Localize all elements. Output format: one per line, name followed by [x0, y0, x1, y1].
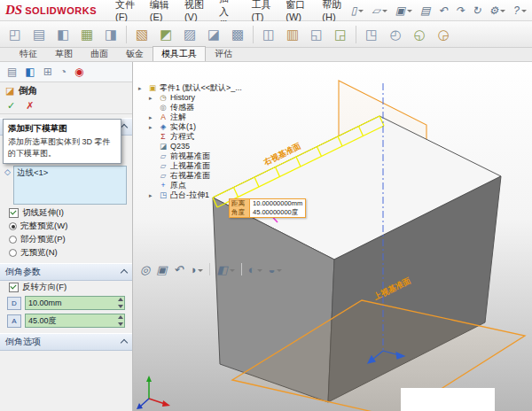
boundary-boss-icon[interactable]: ◨ — [100, 24, 121, 45]
propertymanager-title: ◪ 倒角 — [0, 82, 132, 99]
linear-pattern-icon[interactable]: ▥ — [282, 24, 303, 45]
section-view-icon[interactable]: ◑ — [190, 263, 204, 276]
options-gear-icon[interactable]: ⚙ — [489, 4, 506, 17]
no-preview-radio[interactable]: 无预览(N) — [0, 246, 132, 260]
draft-icon[interactable]: ◱ — [306, 24, 327, 45]
checkbox-icon[interactable] — [9, 283, 19, 292]
displaymanager-tab-icon[interactable]: ◉ — [74, 66, 83, 78]
menu-view[interactable]: 视图(V) — [178, 0, 211, 24]
menu-edit[interactable]: 编辑(E) — [144, 0, 176, 24]
fillet-icon[interactable]: ▩ — [227, 24, 248, 45]
expand-arrow-icon[interactable]: ▸ — [149, 93, 156, 103]
rebuild-icon[interactable]: ↻ — [473, 4, 481, 17]
radio-icon[interactable] — [9, 222, 17, 230]
tree-item-equations[interactable]: Σ 方程式 — [149, 132, 242, 142]
view-orientation-icon[interactable]: ◧ — [216, 263, 234, 276]
revolved-boss-icon[interactable]: ▤ — [28, 24, 50, 45]
new-document-icon[interactable]: ▯ — [351, 4, 364, 17]
previous-view-icon[interactable]: ↶ — [174, 263, 184, 276]
expand-arrow-icon[interactable]: ▸ — [149, 190, 156, 200]
tab-sheet-metal[interactable]: 钣金 — [117, 46, 153, 61]
expand-arrow-icon[interactable]: ▸ — [138, 83, 145, 93]
items-to-chamfer-listbox[interactable]: 边线<1> — [13, 166, 127, 205]
tree-item-right-plane[interactable]: ▱ 右视基准面 — [149, 171, 242, 181]
angle-input[interactable]: 45.00度 — [25, 314, 125, 328]
spinner[interactable] — [118, 298, 123, 308]
tree-item-solid-bodies[interactable]: ▸ ◈ 实体(1) — [149, 122, 242, 132]
tree-item-sensors[interactable]: ◎ 传感器 — [149, 103, 242, 112]
mirror-icon[interactable]: ◵ — [409, 24, 430, 45]
revolved-cut-icon[interactable]: ▨ — [179, 24, 200, 45]
section-chamfer-options[interactable]: 倒角选项 — [0, 333, 132, 351]
tab-evaluate[interactable]: 评估 — [206, 46, 241, 61]
tree-item-label: 方程式 — [170, 132, 194, 142]
shell-icon[interactable]: ◲ — [330, 24, 351, 45]
print-icon[interactable]: ▤ — [420, 4, 430, 17]
tangent-propagation-checkbox[interactable]: 切线延伸(I) — [0, 206, 132, 220]
expand-arrow-icon[interactable]: ▸ — [149, 112, 156, 122]
tab-sketch[interactable]: 草图 — [46, 46, 82, 61]
menu-file[interactable]: 文件(F) — [109, 0, 142, 24]
propertymanager-tab-icon[interactable]: ◧ — [25, 66, 35, 78]
tab-mold-tools[interactable]: 模具工具 — [153, 46, 206, 61]
page-title: 倒角 — [18, 84, 37, 97]
expand-arrow-icon[interactable]: ▸ — [149, 122, 156, 132]
tree-item-label: 凸台-拉伸1 — [170, 190, 209, 200]
display-style-icon[interactable]: ◐ — [248, 263, 262, 276]
chamfer-icon[interactable]: ◫ — [258, 24, 279, 45]
extruded-boss-icon[interactable]: ◰ — [4, 24, 26, 45]
callout-value-angle[interactable]: 45.00000000度 — [250, 208, 301, 217]
swept-boss-icon[interactable]: ◧ — [52, 24, 74, 45]
tree-item-material[interactable]: ◪ Q235 — [149, 142, 242, 151]
full-preview-radio[interactable]: 完整预览(W) — [0, 220, 132, 233]
swept-cut-icon[interactable]: ◪ — [203, 24, 224, 45]
configurationmanager-tab-icon[interactable]: ⊞ — [43, 66, 52, 78]
flip-direction-checkbox[interactable]: 反转方向(F) — [0, 281, 132, 294]
tree-item-top-plane[interactable]: ▱ 上视基准面 — [149, 161, 242, 171]
distance-input[interactable]: 10.00mm — [25, 296, 125, 310]
extruded-cut-icon[interactable]: ▧ — [131, 24, 153, 45]
tree-item-origin[interactable]: + 原点 — [149, 181, 242, 190]
open-document-icon[interactable]: ▱ — [372, 4, 387, 17]
checkbox-icon[interactable] — [9, 208, 19, 218]
menu-window[interactable]: 窗口(W) — [279, 0, 314, 24]
radio-icon[interactable] — [9, 236, 17, 244]
callout-value-distance[interactable]: 10.00000000mm — [250, 199, 305, 208]
zoom-fit-icon[interactable]: ◎ — [140, 263, 150, 276]
menu-tools[interactable]: 工具(T) — [245, 0, 278, 24]
graphics-viewport[interactable]: ◎ ▣ ↶ ◑ ◧ ◐ ◒ ● ▦ ◔ ↻ + ▸ ▣ — [133, 62, 532, 411]
cancel-button[interactable]: ✗ — [26, 100, 34, 112]
section-chamfer-parameters[interactable]: 倒角参数 — [0, 263, 132, 281]
tree-item-label: 前视基准面 — [170, 151, 210, 161]
solidworks-window: DS SOLIDWORKS 文件(F) 编辑(E) 视图(V) 插入(I) 工具… — [0, 0, 532, 411]
lofted-boss-icon[interactable]: ▦ — [76, 24, 98, 45]
redo-icon[interactable]: ↷ — [455, 4, 464, 17]
hide-show-items-icon[interactable]: ◒ — [269, 263, 283, 276]
tab-features[interactable]: 特征 — [11, 46, 46, 61]
tree-item-part[interactable]: ▸ ▣ 零件1 (默认<<默认>_... — [138, 83, 242, 93]
rib-icon[interactable]: ◳ — [361, 24, 382, 45]
tree-item-label: Q235 — [170, 142, 190, 151]
hole-wizard-icon[interactable]: ◩ — [155, 24, 176, 45]
featuremanager-tab-icon[interactable]: ▤ — [7, 66, 17, 78]
undo-icon[interactable]: ↶ — [438, 4, 447, 17]
tree-item-front-plane[interactable]: ▱ 前视基准面 — [149, 151, 242, 161]
menu-help[interactable]: 帮助(H) — [316, 0, 349, 24]
radio-icon[interactable] — [9, 249, 17, 257]
dimxpertmanager-tab-icon[interactable]: ◔ — [60, 66, 66, 78]
selected-edge-item[interactable]: 边线<1> — [17, 167, 123, 179]
save-icon[interactable]: ▣ — [395, 4, 412, 17]
ok-button[interactable]: ✓ — [7, 100, 15, 112]
tree-item-annotations[interactable]: ▸ A 注解 — [149, 112, 242, 122]
tab-surfaces[interactable]: 曲面 — [82, 46, 117, 61]
zoom-to-area-icon[interactable]: ▣ — [156, 263, 167, 276]
wrap-icon[interactable]: ◴ — [385, 24, 406, 45]
solidworks-logo: DS SOLIDWORKS — [5, 3, 97, 18]
help-icon[interactable]: ? — [513, 4, 527, 17]
sensors-icon: ◎ — [159, 103, 168, 112]
edit-appearance-icon[interactable]: ● — [288, 64, 532, 411]
reference-geometry-icon[interactable]: ◶ — [433, 24, 454, 45]
tree-item-history[interactable]: ▸ ◷ History — [149, 93, 242, 103]
partial-preview-radio[interactable]: 部分预览(P) — [0, 233, 132, 246]
spinner[interactable] — [118, 315, 123, 326]
